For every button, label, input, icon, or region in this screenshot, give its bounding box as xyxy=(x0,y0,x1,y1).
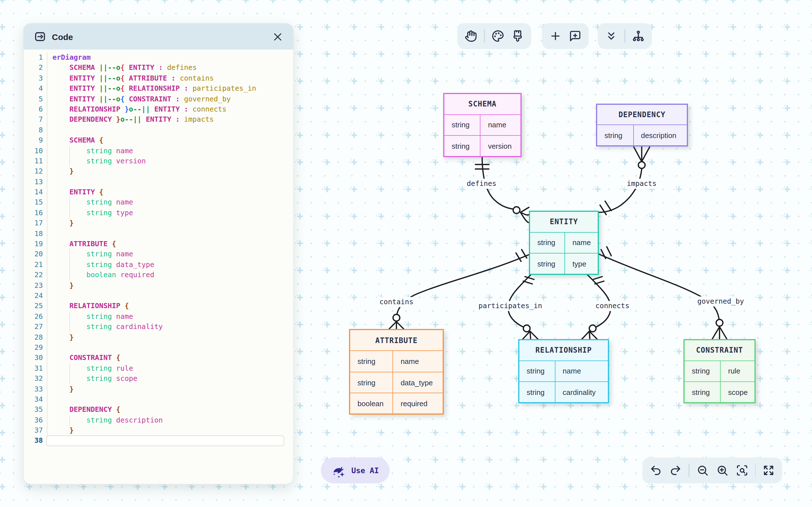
code-line: 11 string version xyxy=(24,156,293,166)
code-line: 31 string rule xyxy=(24,363,293,374)
use-ai-label: Use AI xyxy=(351,466,379,475)
attribute-name: rule xyxy=(720,361,755,381)
line-number: 32 xyxy=(24,374,47,384)
code-line-content: boolean required xyxy=(47,270,284,280)
line-number: 8 xyxy=(24,125,47,135)
entity-attribute-row: stringscope xyxy=(684,382,755,402)
attribute-type: string xyxy=(350,351,393,372)
entity-attribute-row: stringname xyxy=(530,232,598,253)
line-number: 6 xyxy=(24,104,47,115)
brush-icon[interactable] xyxy=(511,29,524,43)
code-line-content: SCHEMA ||--o{ ENTITY : defines xyxy=(47,63,284,73)
code-line: 22 boolean required xyxy=(24,270,293,280)
relationship-label: impacts xyxy=(624,179,659,188)
app-window: definesimpactscontainsparticipates_incon… xyxy=(0,0,812,507)
code-line-content xyxy=(47,228,284,239)
relationship-label: governed_by xyxy=(695,296,746,306)
code-line: 3 ENTITY ||--o{ ATTRIBUTE : contains xyxy=(24,73,293,83)
scan-search-icon[interactable] xyxy=(735,464,749,477)
line-number: 26 xyxy=(24,312,47,322)
line-number: 4 xyxy=(24,83,47,94)
code-line: 34 xyxy=(24,394,293,405)
code-line-content: } xyxy=(47,280,284,291)
zoom-out-icon[interactable] xyxy=(696,464,709,477)
line-number: 19 xyxy=(24,239,47,249)
code-line: 27 string cardinality xyxy=(24,322,293,332)
expand-icon[interactable] xyxy=(762,464,775,477)
code-line-content xyxy=(47,291,284,301)
chevrons-down-icon[interactable] xyxy=(605,29,618,43)
attribute-name: data_type xyxy=(393,372,443,393)
code-line-content: string rule xyxy=(47,363,284,374)
line-number: 22 xyxy=(24,270,47,280)
palette-icon[interactable] xyxy=(491,29,504,43)
code-line: 13 xyxy=(24,177,293,187)
code-line: 12 } xyxy=(24,166,293,177)
comment-plus-icon[interactable] xyxy=(568,29,582,43)
line-number: 12 xyxy=(24,166,47,177)
code-line-content: } xyxy=(47,332,284,342)
code-line-content: RELATIONSHIP }o--|| ENTITY : connects xyxy=(47,104,284,115)
code-window-icon xyxy=(34,31,46,43)
line-number: 31 xyxy=(24,363,47,374)
toolbar-group xyxy=(598,23,652,49)
code-panel-header: Code xyxy=(24,24,293,50)
line-number: 18 xyxy=(24,228,47,239)
attribute-name: name xyxy=(393,351,443,372)
attribute-type: string xyxy=(597,125,633,145)
code-line-content: string cardinality xyxy=(47,322,284,332)
hand-icon[interactable] xyxy=(464,29,477,43)
code-line-content: ENTITY ||--o{ ATTRIBUTE : contains xyxy=(47,73,284,83)
code-line: 33 } xyxy=(24,384,293,394)
code-line: 7 DEPENDENCY }o--|| ENTITY : impacts xyxy=(24,115,293,125)
plus-icon[interactable] xyxy=(549,29,562,43)
entity-attribute-row: stringrule xyxy=(684,361,755,381)
use-ai-button[interactable]: Use AI xyxy=(321,457,390,483)
code-editor[interactable]: 1erDiagram2 SCHEMA ||--o{ ENTITY : defin… xyxy=(24,50,293,446)
undo-icon[interactable] xyxy=(649,464,663,477)
entity-title: ATTRIBUTE xyxy=(350,330,443,351)
line-number: 20 xyxy=(24,249,47,260)
code-panel: Code 1erDiagram2 SCHEMA ||--o{ ENTITY : … xyxy=(23,23,294,485)
sitemap-icon[interactable] xyxy=(631,29,645,43)
code-line: 35 DEPENDENCY { xyxy=(24,405,293,415)
code-line: 20 string name xyxy=(24,249,293,260)
entity-table-entity[interactable]: ENTITYstringnamestringtype xyxy=(529,211,599,275)
relationship-label: contains xyxy=(377,297,416,307)
code-line-content xyxy=(47,125,284,135)
entity-table-constraint[interactable]: CONSTRAINTstringrulestringscope xyxy=(683,339,756,403)
code-line: 26 string name xyxy=(24,312,293,322)
code-line-content: string name xyxy=(47,198,284,208)
code-line-content: } xyxy=(47,166,284,177)
line-number: 14 xyxy=(24,187,47,198)
line-number: 33 xyxy=(24,384,47,394)
code-line-content: ENTITY { xyxy=(47,187,284,198)
code-line: 25 RELATIONSHIP { xyxy=(24,301,293,312)
zoom-in-icon[interactable] xyxy=(715,464,729,477)
code-line: 21 string data_type xyxy=(24,260,293,270)
entity-title: CONSTRAINT xyxy=(684,340,755,361)
attribute-type: string xyxy=(530,254,564,274)
code-line-content: DEPENDENCY { xyxy=(47,405,284,415)
code-line: 38 xyxy=(24,436,293,446)
code-line-content: } xyxy=(47,218,284,229)
line-number: 7 xyxy=(24,115,47,125)
attribute-type: boolean xyxy=(350,393,393,413)
redo-icon[interactable] xyxy=(669,464,682,477)
attribute-name: name xyxy=(555,361,608,381)
entity-table-relationship[interactable]: RELATIONSHIPstringnamestringcardinality xyxy=(518,339,609,403)
attribute-name: version xyxy=(480,136,520,156)
attribute-type: string xyxy=(444,136,480,156)
entity-table-dependency[interactable]: DEPENDENCYstringdescription xyxy=(596,104,688,147)
code-line-content: } xyxy=(47,384,284,394)
line-number: 10 xyxy=(24,146,47,156)
code-line: 23 } xyxy=(24,280,293,291)
code-line: 17 } xyxy=(24,218,293,229)
toolbar-group xyxy=(542,23,589,49)
attribute-type: string xyxy=(519,382,555,402)
close-icon[interactable] xyxy=(272,31,283,42)
line-number: 21 xyxy=(24,260,47,270)
entity-table-attribute[interactable]: ATTRIBUTEstringnamestringdata_typeboolea… xyxy=(349,329,444,414)
entity-attribute-row: stringtype xyxy=(530,253,598,274)
entity-table-schema[interactable]: SCHEMAstringnamestringversion xyxy=(443,93,522,157)
